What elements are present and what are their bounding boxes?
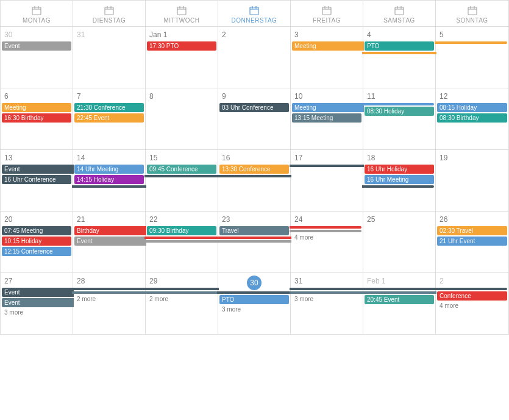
day-cell-jan9: 9 03 Uhr Conference: [218, 88, 291, 149]
event-bar-travel2[interactable]: 02:30 Travel: [437, 226, 507, 235]
event-bar-event2-mid4[interactable]: [290, 165, 364, 167]
event-bar-event5-mid3[interactable]: [217, 291, 291, 294]
event-bar-meeting-start[interactable]: Meeting: [292, 41, 364, 51]
event-bar-meeting5[interactable]: 16 Uhr Meeting: [365, 175, 434, 184]
event-bar-birthday3-mid[interactable]: [144, 237, 219, 239]
event-bar-event6-mid4[interactable]: [362, 291, 436, 294]
day-cell-jan17: 17: [291, 150, 363, 211]
event-bar-meeting4[interactable]: 14 Uhr Meeting: [74, 165, 144, 174]
event-bar-holiday3[interactable]: 14:15 Holiday: [74, 175, 144, 184]
event-bar-event6-start[interactable]: Event: [2, 298, 74, 307]
event-bar-conference4[interactable]: 09:45 Conference: [147, 165, 216, 174]
event-bar-event5-mid[interactable]: [72, 288, 146, 290]
event-bar-event2-mid3[interactable]: [217, 175, 291, 177]
event-bar-meeting2-start[interactable]: Meeting: [292, 103, 364, 112]
event-bar-meeting3[interactable]: 13:15 Meeting: [292, 113, 361, 123]
event-bar-event2-mid2[interactable]: [144, 175, 219, 177]
header-donnerstag: DONNERSTAG: [218, 1, 291, 26]
day-label-montag: MONTAG: [23, 17, 51, 24]
week-row-4: 20 07:45 Meeting 10:15 Holiday 12:15 Con…: [1, 212, 508, 273]
svg-rect-0: [32, 7, 41, 15]
more-link-jan28[interactable]: 2 more: [74, 295, 144, 303]
event-bar-event4[interactable]: 21 Uhr Event: [437, 237, 507, 246]
event-bar-event3-end[interactable]: [290, 230, 361, 232]
day-cell-jan21: 21 Birthday Event: [73, 212, 146, 272]
week-row-5: 27 Event Event 3 more 28 2 more 29 2 mor…: [1, 273, 508, 334]
day-number: 29: [147, 274, 216, 288]
event-bar-event5-mid2[interactable]: [144, 288, 219, 290]
svg-rect-20: [395, 7, 404, 15]
event-bar-meeting2-end[interactable]: [362, 103, 434, 105]
more-link-jan30[interactable]: 3 more: [219, 305, 289, 313]
day-cell-jan13: 13 Event 16 Uhr Conference: [1, 150, 73, 211]
more-link-jan27[interactable]: 3 more: [2, 308, 71, 316]
event-bar-event5-start[interactable]: Event: [2, 288, 74, 297]
event-bar-birthday4[interactable]: 09:30 Birthday: [147, 226, 216, 235]
event-bar-event6-mid[interactable]: [72, 291, 146, 294]
day-number: 19: [437, 151, 507, 165]
event-bar-event3-start[interactable]: Event: [74, 237, 146, 246]
event-bar-holiday5[interactable]: 10:15 Holiday: [2, 237, 71, 246]
event-bar-meeting-mid[interactable]: [362, 52, 436, 54]
day-number: 28: [74, 274, 144, 288]
calendar-icon-wed: [177, 5, 187, 15]
event-bar-event5-mid5[interactable]: [362, 288, 436, 290]
event-bar-event5-mid4[interactable]: [290, 288, 364, 290]
event-bar-event[interactable]: 22:45 Event: [74, 113, 144, 123]
day-number: 3: [292, 28, 361, 41]
event-bar-birthday3-start[interactable]: Birthday: [74, 226, 146, 235]
svg-rect-16: [322, 7, 331, 15]
event-bar-pto2[interactable]: PTO: [219, 295, 289, 304]
event-bar-event3-mid2[interactable]: [217, 240, 291, 243]
event-bar-birthday3-mid2[interactable]: [217, 237, 291, 239]
event-bar-event6-mid2[interactable]: [144, 291, 219, 294]
more-link-feb2[interactable]: 4 more: [437, 302, 507, 310]
event-bar-event6-mid3[interactable]: [290, 291, 364, 294]
event-bar-holiday4[interactable]: 16 Uhr Holiday: [365, 165, 434, 174]
event-bar-event3-mid[interactable]: [144, 240, 219, 243]
header-sonntag: SONNTAG: [436, 1, 508, 26]
more-link-jan31[interactable]: 3 more: [292, 295, 361, 303]
event-bar-meeting-end[interactable]: [435, 41, 507, 44]
event-bar[interactable]: 17:30 PTO: [147, 41, 216, 51]
event-bar-meeting6[interactable]: 07:45 Meeting: [2, 226, 71, 235]
event-bar-conference6[interactable]: 12:15 Conference: [2, 247, 71, 256]
event-bar-conference2[interactable]: 03 Uhr Conference: [219, 103, 289, 112]
event-bar[interactable]: Event: [2, 41, 71, 51]
calendar-icon-thu: [249, 5, 259, 15]
day-cell-jan10: 10 Meeting 13:15 Meeting: [291, 88, 363, 149]
day-number: 30: [2, 28, 71, 41]
event-bar-event2-start[interactable]: Event: [2, 165, 74, 174]
day-cell-jan14: 14 14 Uhr Meeting 14:15 Holiday: [73, 150, 146, 211]
event-bar-conference3[interactable]: 16 Uhr Conference: [2, 175, 71, 184]
event-bar-event5-end[interactable]: [435, 288, 507, 290]
day-cell-jan30: 30 PTO 3 more: [218, 273, 291, 334]
event-bar-holiday2[interactable]: 08:15 Holiday: [437, 103, 507, 112]
event-bar-meeting[interactable]: Meeting: [2, 103, 71, 112]
day-label-donnerstag: DONNERSTAG: [232, 17, 277, 24]
more-link-jan29[interactable]: 2 more: [147, 295, 216, 303]
event-bar-conference5[interactable]: 13:30 Conference: [219, 165, 289, 174]
day-number: 14: [74, 151, 144, 165]
event-bar-event2-end[interactable]: [362, 185, 434, 188]
day-cell-jan26: 26 02:30 Travel 21 Uhr Event: [436, 212, 508, 272]
more-link-jan24[interactable]: 4 more: [292, 233, 361, 241]
day-cell-jan5: 5: [436, 27, 508, 88]
event-bar-conference[interactable]: 21:30 Conference: [74, 103, 144, 112]
event-bar-event2-mid[interactable]: [72, 185, 146, 188]
event-bar-pto[interactable]: PTO: [365, 41, 434, 51]
day-cell-jan22: 22 09:30 Birthday: [146, 212, 218, 272]
day-number: 24: [292, 213, 361, 226]
event-bar-conference7[interactable]: Conference: [437, 291, 507, 301]
calendar-icon-tue: [104, 5, 114, 15]
header-samstag: SAMSTAG: [363, 1, 436, 26]
day-number: 15: [147, 151, 216, 165]
event-bar-travel[interactable]: Travel: [219, 226, 289, 235]
event-bar-birthday3-end[interactable]: [290, 226, 361, 229]
event-bar-event7[interactable]: 20:45 Event: [365, 295, 434, 304]
event-bar-birthday2[interactable]: 08:30 Birthday: [437, 113, 507, 123]
event-bar-holiday[interactable]: 08:30 Holiday: [365, 107, 434, 116]
event-bar-birthday[interactable]: 16:30 Birthday: [2, 113, 71, 123]
day-label-freitag: FREITAG: [313, 17, 341, 24]
day-number: 26: [437, 213, 507, 226]
